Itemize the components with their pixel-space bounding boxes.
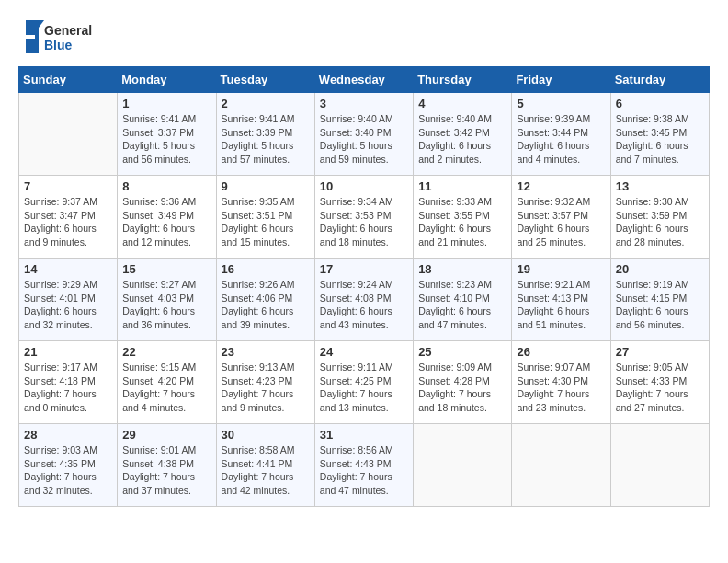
day-number: 26 (517, 345, 605, 359)
day-number: 20 (616, 262, 704, 276)
svg-text:General: General (44, 23, 92, 38)
day-number: 31 (320, 428, 408, 442)
day-number: 9 (222, 179, 310, 193)
day-number: 4 (418, 97, 506, 110)
calendar-cell: 3Sunrise: 9:40 AM Sunset: 3:40 PM Daylig… (314, 93, 413, 176)
day-number: 1 (122, 97, 210, 110)
day-info: Sunrise: 9:03 AM Sunset: 4:35 PM Dayligh… (24, 443, 112, 498)
day-info: Sunrise: 9:23 AM Sunset: 4:10 PM Dayligh… (418, 278, 506, 332)
day-number: 24 (320, 345, 408, 359)
calendar-cell (512, 424, 610, 507)
day-number: 5 (517, 97, 605, 110)
calendar-header: SundayMondayTuesdayWednesdayThursdayFrid… (19, 67, 710, 93)
calendar-cell (610, 424, 709, 507)
day-number: 13 (616, 179, 704, 193)
calendar-cell: 21Sunrise: 9:17 AM Sunset: 4:18 PM Dayli… (19, 341, 118, 424)
calendar-cell: 29Sunrise: 9:01 AM Sunset: 4:38 PM Dayli… (118, 424, 216, 507)
day-number: 23 (222, 345, 310, 359)
day-info: Sunrise: 9:29 AM Sunset: 4:01 PM Dayligh… (24, 278, 112, 332)
weekday-header: Friday (512, 67, 610, 93)
day-number: 21 (24, 345, 112, 359)
day-number: 28 (24, 428, 112, 442)
calendar-table: SundayMondayTuesdayWednesdayThursdayFrid… (18, 66, 710, 507)
calendar-cell: 7Sunrise: 9:37 AM Sunset: 3:47 PM Daylig… (19, 176, 118, 259)
day-info: Sunrise: 9:38 AM Sunset: 3:45 PM Dayligh… (616, 112, 704, 167)
day-number: 18 (418, 262, 506, 276)
day-info: Sunrise: 9:27 AM Sunset: 4:03 PM Dayligh… (122, 278, 210, 332)
day-info: Sunrise: 9:41 AM Sunset: 3:37 PM Dayligh… (122, 112, 210, 167)
day-number: 16 (222, 262, 310, 276)
calendar-cell: 11Sunrise: 9:33 AM Sunset: 3:55 PM Dayli… (414, 176, 512, 259)
calendar-week-row: 14Sunrise: 9:29 AM Sunset: 4:01 PM Dayli… (19, 259, 710, 341)
day-info: Sunrise: 9:34 AM Sunset: 3:53 PM Dayligh… (320, 195, 408, 249)
calendar-cell: 27Sunrise: 9:05 AM Sunset: 4:33 PM Dayli… (610, 341, 709, 424)
day-info: Sunrise: 9:21 AM Sunset: 4:13 PM Dayligh… (517, 278, 605, 332)
calendar-week-row: 7Sunrise: 9:37 AM Sunset: 3:47 PM Daylig… (19, 176, 710, 259)
calendar-cell: 1Sunrise: 9:41 AM Sunset: 3:37 PM Daylig… (118, 93, 216, 176)
calendar-cell: 23Sunrise: 9:13 AM Sunset: 4:23 PM Dayli… (216, 341, 314, 424)
day-number: 6 (616, 97, 704, 110)
day-info: Sunrise: 9:05 AM Sunset: 4:33 PM Dayligh… (616, 361, 704, 415)
calendar-week-row: 21Sunrise: 9:17 AM Sunset: 4:18 PM Dayli… (19, 341, 710, 424)
calendar-cell: 17Sunrise: 9:24 AM Sunset: 4:08 PM Dayli… (314, 259, 413, 341)
calendar-cell: 24Sunrise: 9:11 AM Sunset: 4:25 PM Dayli… (314, 341, 413, 424)
day-info: Sunrise: 9:26 AM Sunset: 4:06 PM Dayligh… (222, 278, 310, 332)
day-number: 2 (222, 97, 310, 110)
calendar-week-row: 1Sunrise: 9:41 AM Sunset: 3:37 PM Daylig… (19, 93, 710, 176)
weekday-header: Tuesday (216, 67, 314, 93)
logo: GeneralBlue (18, 18, 101, 57)
day-info: Sunrise: 9:07 AM Sunset: 4:30 PM Dayligh… (517, 361, 605, 415)
day-number: 15 (122, 262, 210, 276)
calendar-cell: 2Sunrise: 9:41 AM Sunset: 3:39 PM Daylig… (216, 93, 314, 176)
calendar-cell: 5Sunrise: 9:39 AM Sunset: 3:44 PM Daylig… (512, 93, 610, 176)
day-info: Sunrise: 9:37 AM Sunset: 3:47 PM Dayligh… (24, 195, 112, 249)
page-header: GeneralBlue (18, 18, 710, 57)
weekday-header: Thursday (414, 67, 512, 93)
day-number: 14 (24, 262, 112, 276)
day-number: 11 (418, 179, 506, 193)
calendar-cell: 30Sunrise: 8:58 AM Sunset: 4:41 PM Dayli… (216, 424, 314, 507)
day-number: 29 (122, 428, 210, 442)
day-number: 8 (122, 179, 210, 193)
calendar-week-row: 28Sunrise: 9:03 AM Sunset: 4:35 PM Dayli… (19, 424, 710, 507)
day-info: Sunrise: 9:30 AM Sunset: 3:59 PM Dayligh… (616, 195, 704, 249)
day-info: Sunrise: 9:32 AM Sunset: 3:57 PM Dayligh… (517, 195, 605, 249)
day-info: Sunrise: 9:24 AM Sunset: 4:08 PM Dayligh… (320, 278, 408, 332)
day-info: Sunrise: 8:56 AM Sunset: 4:43 PM Dayligh… (320, 443, 408, 498)
calendar-cell (414, 424, 512, 507)
day-info: Sunrise: 9:40 AM Sunset: 3:40 PM Dayligh… (320, 112, 408, 167)
day-number: 22 (122, 345, 210, 359)
calendar-cell: 22Sunrise: 9:15 AM Sunset: 4:20 PM Dayli… (118, 341, 216, 424)
weekday-header: Saturday (610, 67, 709, 93)
day-info: Sunrise: 9:41 AM Sunset: 3:39 PM Dayligh… (222, 112, 310, 167)
day-number: 3 (320, 97, 408, 110)
day-info: Sunrise: 9:09 AM Sunset: 4:28 PM Dayligh… (418, 361, 506, 415)
calendar-cell: 8Sunrise: 9:36 AM Sunset: 3:49 PM Daylig… (118, 176, 216, 259)
svg-text:Blue: Blue (44, 38, 73, 52)
calendar-cell: 28Sunrise: 9:03 AM Sunset: 4:35 PM Dayli… (19, 424, 118, 507)
day-info: Sunrise: 9:35 AM Sunset: 3:51 PM Dayligh… (222, 195, 310, 249)
calendar-body: 1Sunrise: 9:41 AM Sunset: 3:37 PM Daylig… (19, 93, 710, 507)
calendar-cell: 15Sunrise: 9:27 AM Sunset: 4:03 PM Dayli… (118, 259, 216, 341)
weekday-header: Sunday (19, 67, 118, 93)
day-info: Sunrise: 9:13 AM Sunset: 4:23 PM Dayligh… (222, 361, 310, 415)
logo-svg: GeneralBlue (18, 18, 101, 57)
day-number: 10 (320, 179, 408, 193)
weekday-header: Wednesday (314, 67, 413, 93)
calendar-cell: 25Sunrise: 9:09 AM Sunset: 4:28 PM Dayli… (414, 341, 512, 424)
day-info: Sunrise: 9:39 AM Sunset: 3:44 PM Dayligh… (517, 112, 605, 167)
calendar-cell: 9Sunrise: 9:35 AM Sunset: 3:51 PM Daylig… (216, 176, 314, 259)
calendar-cell: 26Sunrise: 9:07 AM Sunset: 4:30 PM Dayli… (512, 341, 610, 424)
calendar-cell (19, 93, 118, 176)
calendar-cell: 20Sunrise: 9:19 AM Sunset: 4:15 PM Dayli… (610, 259, 709, 341)
day-info: Sunrise: 8:58 AM Sunset: 4:41 PM Dayligh… (222, 443, 310, 498)
day-number: 7 (24, 179, 112, 193)
calendar-cell: 16Sunrise: 9:26 AM Sunset: 4:06 PM Dayli… (216, 259, 314, 341)
calendar-cell: 6Sunrise: 9:38 AM Sunset: 3:45 PM Daylig… (610, 93, 709, 176)
calendar-cell: 10Sunrise: 9:34 AM Sunset: 3:53 PM Dayli… (314, 176, 413, 259)
svg-marker-2 (26, 20, 39, 53)
calendar-cell: 14Sunrise: 9:29 AM Sunset: 4:01 PM Dayli… (19, 259, 118, 341)
day-number: 30 (222, 428, 310, 442)
day-number: 17 (320, 262, 408, 276)
day-info: Sunrise: 9:33 AM Sunset: 3:55 PM Dayligh… (418, 195, 506, 249)
